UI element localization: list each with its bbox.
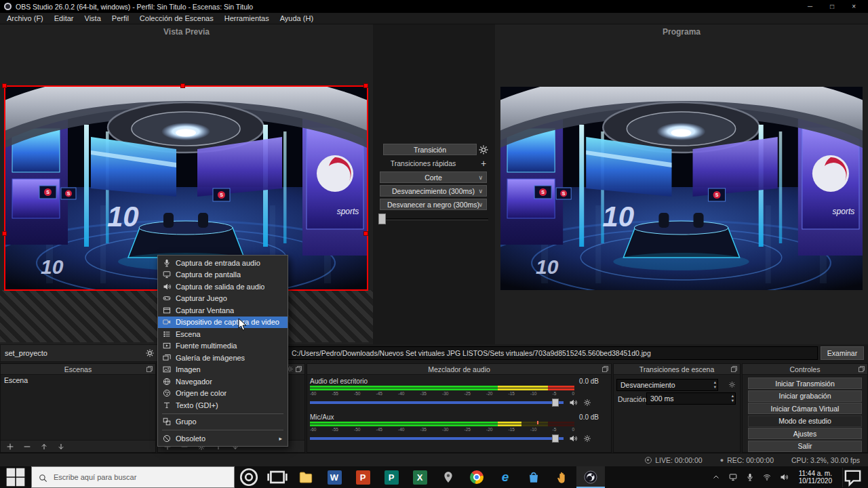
down-arrow-button[interactable] <box>57 443 65 451</box>
transition-slider-handle[interactable] <box>378 214 386 224</box>
menu-coleccion-de-escenas[interactable]: Colección de Escenas <box>134 14 219 22</box>
selection-handle[interactable] <box>2 83 7 88</box>
up-arrow-button[interactable] <box>40 443 48 451</box>
menu-vista[interactable]: Vista <box>79 14 106 22</box>
taskbar-app-word[interactable]: W <box>320 466 349 488</box>
iniciar-transmision-button[interactable]: Iniciar Transmisión <box>748 378 862 389</box>
source-settings-gear-icon[interactable] <box>145 348 155 358</box>
taskbar-app-obs[interactable] <box>576 466 605 488</box>
minimize-button[interactable]: ─ <box>808 3 812 10</box>
taskbar-app-hand-app[interactable] <box>548 466 576 488</box>
menu-item-imagen[interactable]: Imagen <box>158 364 288 376</box>
transition-button[interactable]: Transición <box>383 144 477 155</box>
tray-speaker-icon[interactable] <box>779 472 789 482</box>
menu-item-grupo[interactable]: Grupo <box>158 416 288 428</box>
mute-button[interactable] <box>568 398 578 407</box>
tray-display-icon[interactable] <box>728 472 738 482</box>
menu-item-escena[interactable]: Escena <box>158 328 288 340</box>
taskbar-clock[interactable]: 11:44 a. m. 10/11/2020 <box>796 470 835 485</box>
tray-wifi-icon[interactable] <box>762 472 772 482</box>
taskbar-app-excel[interactable]: X <box>406 466 434 488</box>
menu-item-captura-de-pantalla[interactable]: Captura de pantalla <box>158 269 288 281</box>
volume-slider[interactable] <box>310 401 564 404</box>
salir-button[interactable]: Salir <box>748 441 862 452</box>
tray-microphone-icon[interactable] <box>745 472 755 482</box>
menu-item-obsoleto[interactable]: Obsoleto▸ <box>158 432 288 445</box>
maximize-button[interactable]: □ <box>830 3 834 10</box>
browse-button[interactable]: Examinar <box>821 346 864 360</box>
iniciar-camara-virtual-button[interactable]: Iniciar Cámara Virtual <box>748 403 862 414</box>
program-canvas <box>500 87 863 290</box>
selection-handle[interactable] <box>180 83 185 88</box>
close-button[interactable]: × <box>852 3 856 10</box>
preview-label: Vista Previa <box>0 27 373 37</box>
menu-item-galeria-de-imagenes[interactable]: Galería de imágenes <box>158 352 288 364</box>
menu-item-captura-de-salida-de-audio[interactable]: Captura de salida de audio <box>158 281 288 293</box>
up-arrow-icon <box>40 443 48 451</box>
taskbar-app-maps[interactable] <box>434 466 462 488</box>
action-center-button[interactable] <box>842 468 863 487</box>
scene-item-escena[interactable]: Escena <box>1 375 155 386</box>
taskbar-search-input[interactable] <box>54 473 227 481</box>
selection-handle[interactable] <box>363 231 368 236</box>
task-view-button[interactable] <box>263 466 292 488</box>
tray-chevron-up-icon[interactable] <box>711 472 721 482</box>
image-file-path-field[interactable]: C:/Users/Pedro/Downloads/Nuevos Set virt… <box>288 346 818 360</box>
taskbar-app-powerpoint[interactable]: P <box>349 466 377 488</box>
menu-item-capturar-juego[interactable]: Capturar Juego <box>158 293 288 305</box>
float-dock-icon[interactable] <box>295 365 302 373</box>
transition-select[interactable]: Desvanecimiento ▴▾ <box>616 379 718 391</box>
selection-handle[interactable] <box>363 83 368 88</box>
taskbar-app-store[interactable] <box>519 466 548 488</box>
taskbar-app-chrome[interactable] <box>462 466 491 488</box>
taskbar-app-publisher[interactable]: P <box>377 466 406 488</box>
float-dock-icon[interactable] <box>858 365 865 373</box>
menu-item-navegador[interactable]: Navegador <box>158 375 288 388</box>
plus-button[interactable] <box>6 443 14 451</box>
duration-spinbox[interactable]: 300 ms ▴▾ <box>646 392 736 405</box>
menu-herramientas[interactable]: Herramientas <box>219 14 275 22</box>
channel-name: Audio del escritorio <box>310 378 368 385</box>
taskbar-search[interactable] <box>31 466 235 488</box>
cortana-button[interactable] <box>235 466 263 488</box>
minus-button[interactable] <box>23 443 31 451</box>
float-dock-icon[interactable] <box>146 365 153 373</box>
source-name-row[interactable]: set_proyecto <box>0 344 159 362</box>
start-button[interactable] <box>0 466 31 488</box>
mute-button[interactable] <box>568 434 578 443</box>
transition-dropdown-corte[interactable]: Corte∨ <box>380 171 487 183</box>
menu-archivo-f[interactable]: Archivo (F) <box>1 14 49 22</box>
menu-perfil[interactable]: Perfil <box>106 14 134 22</box>
gear-icon <box>583 399 591 407</box>
transition-slider-track[interactable] <box>378 218 488 220</box>
float-dock-icon[interactable] <box>730 365 738 373</box>
add-quick-transition-icon[interactable]: + <box>478 158 489 169</box>
float-dock-icon[interactable] <box>601 365 609 373</box>
taskbar-app-file-explorer[interactable] <box>292 466 320 488</box>
transition-gear-icon[interactable] <box>728 381 736 388</box>
ajustes-button[interactable]: Ajustes <box>748 428 862 439</box>
menu-item-dispositivo-de-captura-de-video[interactable]: Dispositivo de captura de video <box>158 317 288 329</box>
transition-dropdown-desvanecer-a-negro-300ms[interactable]: Desvanecer a negro (300ms)∨ <box>380 199 487 210</box>
volume-slider[interactable] <box>310 437 564 440</box>
modo-de-estudio-button[interactable]: Modo de estudio <box>748 415 862 427</box>
channel-settings-button[interactable] <box>583 434 592 443</box>
iniciar-grabacion-button[interactable]: Iniciar grabación <box>748 390 862 402</box>
spin-down-icon[interactable]: ▾ <box>732 399 734 403</box>
channel-settings-button[interactable] <box>583 398 592 407</box>
menu-item-origen-de-color[interactable]: Origen de color <box>158 388 288 400</box>
down-arrow-icon <box>57 443 65 451</box>
menu-item-fuente-multimedia[interactable]: Fuente multimedia <box>158 340 288 352</box>
menu-item-texto-gdi[interactable]: Texto (GDI+) <box>158 399 288 411</box>
menu-ayuda-h[interactable]: Ayuda (H) <box>275 14 319 22</box>
obs-icon <box>584 470 597 484</box>
spin-down-icon[interactable]: ▾ <box>714 385 716 390</box>
selection-handle[interactable] <box>2 231 7 236</box>
menu-editar[interactable]: Editar <box>49 14 79 22</box>
transition-dropdown-desvanecimiento-300ms[interactable]: Desvanecimiento (300ms)∨ <box>380 185 487 197</box>
color-icon <box>163 389 171 397</box>
menu-item-captura-de-entrada-audio[interactable]: Captura de entrada audio <box>158 257 288 269</box>
transition-properties-gear-icon[interactable] <box>478 144 489 155</box>
taskbar-app-edge[interactable]: e <box>491 466 519 488</box>
menu-item-capturar-ventana[interactable]: Capturar Ventana <box>158 304 288 317</box>
